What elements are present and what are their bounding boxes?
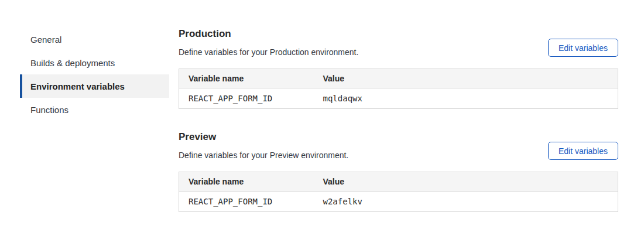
production-section-text: Production Define variables for your Pro…: [179, 28, 358, 57]
production-description: Define variables for your Production env…: [179, 47, 358, 57]
variable-name-cell: REACT_APP_FORM_ID: [179, 192, 314, 212]
edit-variables-button-preview[interactable]: Edit variables: [548, 142, 618, 160]
sidebar-item-general[interactable]: General: [20, 28, 169, 51]
variable-name-cell: REACT_APP_FORM_ID: [179, 88, 314, 109]
sidebar-item-functions[interactable]: Functions: [20, 98, 169, 121]
production-title: Production: [179, 28, 358, 40]
settings-sidebar: General Builds & deployments Environment…: [20, 28, 169, 212]
sidebar-item-label: General: [30, 35, 61, 45]
edit-variables-button-production[interactable]: Edit variables: [548, 39, 618, 57]
preview-section-text: Preview Define variables for your Previe…: [179, 131, 348, 160]
column-header-value: Value: [314, 172, 618, 192]
production-section-header: Production Define variables for your Pro…: [179, 28, 618, 57]
production-variables-table: Variable name Value REACT_APP_FORM_ID mq…: [179, 69, 618, 109]
preview-section: Preview Define variables for your Previe…: [179, 131, 618, 212]
column-header-variable-name: Variable name: [179, 172, 314, 192]
sidebar-item-label: Builds & deployments: [30, 58, 115, 68]
column-header-variable-name: Variable name: [179, 69, 314, 88]
sidebar-item-environment-variables[interactable]: Environment variables: [20, 74, 169, 98]
column-header-value: Value: [314, 69, 618, 88]
table-row: REACT_APP_FORM_ID mqldaqwx: [179, 88, 618, 109]
sidebar-item-label: Functions: [30, 105, 68, 115]
preview-description: Define variables for your Preview enviro…: [179, 151, 348, 160]
environment-variables-content: Production Define variables for your Pro…: [179, 28, 618, 212]
variable-value-cell: mqldaqwx: [314, 88, 618, 109]
preview-variables-table: Variable name Value REACT_APP_FORM_ID w2…: [179, 172, 618, 212]
table-row: REACT_APP_FORM_ID w2afelkv: [179, 192, 618, 212]
table-header: Variable name Value: [179, 69, 618, 88]
settings-page: General Builds & deployments Environment…: [0, 0, 644, 212]
sidebar-item-builds-deployments[interactable]: Builds & deployments: [20, 51, 169, 74]
preview-title: Preview: [179, 131, 348, 143]
sidebar-item-label: Environment variables: [30, 81, 125, 91]
production-section: Production Define variables for your Pro…: [179, 28, 618, 109]
table-header: Variable name Value: [179, 172, 618, 192]
variable-value-cell: w2afelkv: [314, 192, 618, 212]
preview-section-header: Preview Define variables for your Previe…: [179, 131, 618, 160]
